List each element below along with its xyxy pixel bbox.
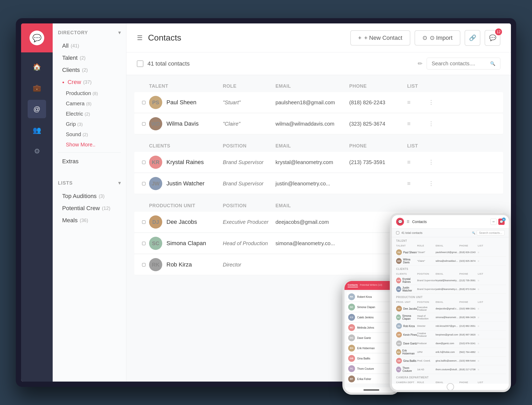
- row-checkbox[interactable]: [139, 242, 149, 245]
- tablet-row[interactable]: GB Gina Baillis Prod. Coord. gina.bailli…: [395, 357, 506, 365]
- sidebar-item-talent[interactable]: Talent (2): [58, 52, 121, 64]
- production-section-header: PRODUCTION UNIT POSITION EMAIL: [134, 200, 503, 212]
- tablet-row[interactable]: EH Erik Hoberman UPM erik.h@hobie.com (5…: [395, 348, 506, 357]
- link-button[interactable]: 🔗: [465, 30, 480, 46]
- tablet-row[interactable]: PS Paul Sheen "Stuart" paulsheen18@gmail…: [395, 248, 506, 257]
- tablet-list-icon[interactable]: ≡: [478, 279, 488, 282]
- tablet-avatar: KR: [396, 278, 401, 283]
- row-checkbox[interactable]: [139, 220, 149, 224]
- phone-avatar: TC: [348, 365, 355, 372]
- table-row[interactable]: WD Wilma Davis "Claire" wilma@wilmaddavi…: [134, 113, 503, 134]
- hamburger-icon[interactable]: ☰: [137, 34, 143, 42]
- table-row[interactable]: KR Krystal Raines Brand Supervisor kryst…: [134, 152, 503, 173]
- list-item[interactable]: MJ Melinda Johns: [347, 323, 396, 333]
- tablet-row[interactable]: KP Kevin Pines Creative Producer kevpine…: [395, 330, 506, 339]
- tablet-hamburger[interactable]: ☰: [407, 220, 410, 224]
- search-input[interactable]: [432, 61, 487, 67]
- list-icon[interactable]: ≡: [407, 99, 428, 106]
- more-icon[interactable]: ⋮: [428, 159, 439, 166]
- row-checkbox[interactable]: [139, 182, 149, 185]
- tablet-edit-btn[interactable]: ✏: [490, 219, 497, 225]
- sidebar-item-crew[interactable]: Crew (37): [58, 76, 121, 88]
- sidebar-item-all[interactable]: All (41): [58, 40, 121, 52]
- nav-settings[interactable]: ⚙: [28, 142, 46, 160]
- tablet-clients-label: CLIENTS: [395, 265, 506, 271]
- contact-name-cell: KR Krystal Raines: [149, 156, 223, 169]
- tablet-list-icon[interactable]: ≡: [478, 288, 488, 291]
- tablet-list-icon[interactable]: ≡: [478, 251, 488, 254]
- nav-briefcase[interactable]: 💼: [28, 79, 46, 97]
- tablet-row[interactable]: DG Dave Gantz Producer dave@gantz.com (3…: [395, 339, 506, 348]
- list-item[interactable]: EF Erika Fisher: [347, 374, 396, 384]
- contact-name-cell: DJ Dee Jacobs: [149, 215, 223, 229]
- row-checkbox[interactable]: [139, 122, 149, 126]
- tablet-thom-couture-row[interactable]: TC Thom Couture 1st AD thom.couture@stud…: [395, 365, 506, 374]
- list-icon[interactable]: ≡: [407, 159, 428, 166]
- tablet-row[interactable]: SC Simona Clapan Head of Production simo…: [395, 313, 506, 322]
- tablet-col-header: TALENT ROLE EMAIL PHONE LIST: [395, 243, 506, 248]
- avatar: PS: [149, 96, 162, 109]
- sidebar-item-clients[interactable]: Clients (2): [58, 64, 121, 76]
- tablet-avatar: KP: [396, 332, 402, 338]
- edit-icon[interactable]: ✏: [418, 60, 422, 67]
- chevron-down-icon-lists[interactable]: ▾: [118, 180, 121, 186]
- more-icon[interactable]: ⋮: [428, 99, 439, 106]
- sidebar-item-top-auditions[interactable]: Top Auditions (3): [58, 190, 121, 202]
- tablet-avatar: RK: [396, 323, 402, 329]
- list-item[interactable]: DG Dave Gantz: [347, 333, 396, 343]
- top-header: ☰ Contacts + + New Contact ⊙ ⊙ Import 🔗: [126, 23, 511, 52]
- row-checkbox[interactable]: [139, 161, 149, 164]
- row-checkbox[interactable]: [139, 101, 149, 104]
- row-checkbox[interactable]: [139, 263, 149, 266]
- new-contact-button[interactable]: + + New Contact: [350, 30, 410, 46]
- phone-avatar: EH: [348, 345, 355, 352]
- phone-tab-contacts[interactable]: Contacts: [348, 284, 358, 287]
- sidebar-sub-electric[interactable]: Electric (2): [58, 109, 121, 119]
- sidebar-sub-showmore[interactable]: Show More..: [58, 140, 121, 150]
- tablet-row[interactable]: RK Rob Kirza Director rob.kirza2007@gmai…: [395, 322, 506, 330]
- tablet-messages-btn[interactable]: 💬 ●: [498, 219, 505, 225]
- list-item[interactable]: EH Erik Hoberman: [347, 343, 396, 353]
- sidebar-sub-grip[interactable]: Grip (3): [58, 119, 121, 129]
- import-button[interactable]: ⊙ ⊙ Import: [415, 30, 460, 46]
- sidebar-sub-sound[interactable]: Sound (2): [58, 129, 121, 140]
- table-row[interactable]: PS Paul Sheen "Stuart" paulsheen18@gmail…: [134, 92, 503, 113]
- nav-team[interactable]: 👥: [28, 121, 46, 139]
- tablet-row[interactable]: WD Wilma Davis "Claire" wilma@wilmaddavi…: [395, 257, 506, 265]
- phone-tab-writers[interactable]: Potential Writers (13): [360, 284, 382, 287]
- more-icon[interactable]: ⋮: [428, 180, 439, 187]
- list-item[interactable]: CJ Caleb Jenkins: [347, 313, 396, 322]
- list-icon[interactable]: ≡: [407, 180, 428, 187]
- tablet-select-all[interactable]: [396, 231, 399, 234]
- tablet-row[interactable]: KR Krystal Raines Brand Supervisor kryst…: [395, 276, 506, 285]
- list-item[interactable]: SC Simona Clapan: [347, 302, 396, 312]
- app-logo[interactable]: 💬: [29, 31, 44, 45]
- tablet-home-button[interactable]: [447, 383, 454, 390]
- contacts-header: 41 total contacts ✏ 🔍: [126, 52, 511, 75]
- tablet-actions: ✏ 💬 ●: [490, 219, 505, 225]
- tablet-row[interactable]: DJ Dee Jacobs Executive Producer deejaco…: [395, 304, 506, 313]
- avatar: KR: [149, 156, 162, 169]
- tablet-production-label: PRODUCTION UNIT: [395, 294, 506, 300]
- sidebar-sub-production[interactable]: Production (8): [58, 88, 121, 98]
- contact-name-cell: WD Wilma Davis: [149, 117, 223, 130]
- more-icon[interactable]: ⋮: [428, 120, 439, 127]
- sidebar-item-potential-crew[interactable]: Potential Crew (12): [58, 202, 121, 214]
- nav-contacts[interactable]: @: [28, 100, 46, 118]
- list-item[interactable]: RK Robert Kirza: [347, 292, 396, 302]
- table-row[interactable]: JW Justin Watcher Brand Supervisor justi…: [134, 173, 503, 194]
- phone-thom-couture-row[interactable]: TC Thom Couture: [347, 364, 396, 374]
- messages-button[interactable]: 💬 12: [485, 30, 500, 46]
- chevron-down-icon[interactable]: ▾: [118, 30, 121, 36]
- select-all-checkbox[interactable]: [137, 61, 143, 67]
- tablet-list-icon[interactable]: ≡: [478, 260, 488, 263]
- nav-home[interactable]: 🏠: [28, 58, 46, 76]
- phone-home-bar[interactable]: [363, 389, 379, 391]
- sidebar-item-extras[interactable]: Extras: [58, 155, 121, 167]
- sidebar-sub-camera[interactable]: Camera (8): [58, 98, 121, 109]
- sidebar-item-meals[interactable]: Meals (36): [58, 214, 121, 226]
- tablet-row[interactable]: JW Justin Watcher Brand Supervisor justi…: [395, 285, 506, 294]
- list-icon[interactable]: ≡: [407, 120, 428, 127]
- tablet-avatar: JW: [396, 286, 401, 292]
- list-item[interactable]: GB Gina Baillis: [347, 354, 396, 363]
